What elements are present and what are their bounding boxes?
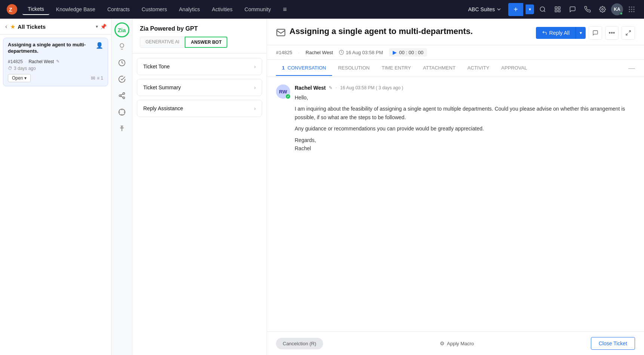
sidebar-title[interactable]: All Tickets	[18, 24, 93, 30]
svg-rect-29	[277, 29, 285, 36]
edit-icon: ✎	[56, 59, 59, 64]
search-button[interactable]	[536, 3, 549, 16]
notifications-button[interactable]	[551, 3, 564, 16]
title-chevron-icon: ▾	[96, 24, 98, 29]
share-button[interactable]	[114, 88, 129, 103]
nav-community[interactable]: Community	[239, 4, 276, 15]
count-icon: ≡ 1	[97, 75, 103, 81]
svg-rect-16	[634, 11, 635, 12]
nav-more[interactable]: ≡	[278, 3, 292, 16]
svg-line-22	[121, 94, 123, 95]
ticket-status-button[interactable]: Open ▾	[8, 74, 31, 82]
timer-play-icon[interactable]: ▶	[393, 49, 397, 55]
history-button[interactable]	[114, 55, 129, 70]
zia-menu: Ticket Tone › Ticket Summary › Reply Ass…	[132, 53, 267, 125]
ticket-tone-arrow: ›	[254, 64, 256, 70]
ticket-tabs: 1 CONVERSATION RESOLUTION TIME ENTRY ATT…	[267, 60, 644, 77]
ticket-tone-item[interactable]: Ticket Tone ›	[137, 58, 262, 75]
svg-point-20	[123, 97, 125, 99]
ticket-timer: ▶ 00 : 00 : 00	[389, 48, 427, 56]
phone-button[interactable]	[581, 3, 594, 16]
tabs-more-icon[interactable]: —	[628, 60, 635, 77]
check-circle-button[interactable]	[114, 72, 129, 87]
ticket-meta-agent: Rachel West	[306, 50, 333, 55]
message-avatar: RW ✓	[276, 84, 290, 99]
pin-sidebar-button[interactable]	[114, 121, 129, 136]
conversation-bottom: Cancelction (R) ⚙ Apply Macro Close Tick…	[267, 331, 644, 355]
grid-button[interactable]	[625, 3, 638, 16]
ticket-card-time: ⏱ 3 days ago	[8, 66, 103, 71]
add-button[interactable]: +	[508, 3, 523, 16]
author-edit-icon[interactable]: ✎	[329, 85, 332, 90]
email-header-icon	[276, 28, 286, 40]
settings-button[interactable]	[596, 3, 609, 16]
tab-answer-bot[interactable]: ANSWER BOT	[185, 37, 227, 48]
reply-assistance-item[interactable]: Reply Assistance ›	[137, 100, 262, 117]
nav-tickets[interactable]: Tickets	[22, 4, 49, 15]
message-author: Rachel West	[295, 85, 326, 91]
reply-all-button[interactable]: Reply All	[536, 27, 576, 39]
apply-macro-label[interactable]: Apply Macro	[447, 341, 474, 346]
svg-rect-8	[629, 7, 630, 8]
star-icon[interactable]: ★	[10, 23, 15, 30]
ticket-card-person-icon[interactable]: 👤	[96, 42, 103, 49]
svg-rect-15	[631, 11, 632, 12]
ticket-meta-time: 16 Aug 03:58 PM	[339, 50, 383, 55]
svg-rect-6	[558, 10, 560, 12]
message-row: RW ✓ Rachel West ✎ · 16 Aug 03:58 PM ( 3…	[276, 84, 635, 152]
reply-all-group: Reply All ▾	[536, 27, 586, 39]
message-icon-button[interactable]	[589, 26, 602, 40]
zia-icon-sidebar: Zia	[111, 19, 132, 355]
tab-attachment[interactable]: ATTACHMENT	[417, 61, 461, 76]
svg-rect-5	[555, 10, 557, 12]
conversation-area: RW ✓ Rachel West ✎ · 16 Aug 03:58 PM ( 3…	[267, 77, 644, 331]
tab-approval[interactable]: APPROVAL	[495, 61, 533, 76]
nav-analytics[interactable]: Analytics	[174, 4, 205, 15]
reply-assistance-label: Reply Assistance	[143, 105, 183, 111]
sidebar-header: ‹ ★ All Tickets ▾ 📌	[0, 19, 111, 35]
zia-button[interactable]: Zia	[114, 22, 129, 37]
top-nav: Z Tickets Knowledge Base Contracts Custo…	[0, 0, 644, 19]
nav-actions: + ▾ KA	[508, 3, 638, 16]
user-avatar[interactable]: KA	[611, 3, 623, 15]
zia-panel-header: Zia Powered by GPT GENERATIVE AI ANSWER …	[132, 19, 267, 53]
cancel-reply-button[interactable]: Cancelction (R)	[276, 338, 323, 349]
workspace-selector[interactable]: ABC Suites	[465, 5, 504, 14]
more-options-button[interactable]: •••	[605, 26, 619, 40]
tab-conversation[interactable]: 1 CONVERSATION	[276, 61, 332, 76]
target-button[interactable]	[114, 105, 129, 120]
clock-icon	[339, 50, 344, 55]
ticket-card-meta: #14825 · Rachel West ✎	[8, 59, 103, 64]
pin-icon[interactable]: 📌	[100, 24, 107, 30]
ticket-meta: #14825 · Rachel West 16 Aug 03:58 PM ▶ 0…	[267, 45, 644, 60]
expand-button[interactable]	[622, 26, 635, 40]
svg-rect-3	[555, 7, 557, 9]
ticket-card-actions: ✉ ≡ 1	[91, 75, 103, 81]
tab-activity[interactable]: ACTIVITY	[461, 61, 496, 76]
tab-generative-ai[interactable]: GENERATIVE AI	[140, 37, 185, 48]
svg-point-19	[119, 95, 121, 97]
svg-rect-14	[629, 11, 630, 12]
svg-point-18	[123, 93, 125, 95]
add-dropdown-button[interactable]: ▾	[525, 4, 534, 14]
svg-rect-11	[629, 9, 630, 10]
close-ticket-button[interactable]: Close Ticket	[591, 337, 635, 350]
nav-customers[interactable]: Customers	[137, 4, 172, 15]
nav-activities[interactable]: Activities	[207, 4, 238, 15]
nav-knowledge-base[interactable]: Knowledge Base	[51, 4, 101, 15]
ticket-summary-item[interactable]: Ticket Summary ›	[137, 79, 262, 96]
tab-resolution[interactable]: RESOLUTION	[332, 61, 376, 76]
logo[interactable]: Z	[6, 3, 18, 15]
ticket-tone-label: Ticket Tone	[143, 64, 170, 70]
zia-panel-title: Zia Powered by GPT	[140, 25, 259, 32]
back-button[interactable]: ‹	[4, 22, 8, 31]
email-icon: ✉	[91, 75, 95, 81]
reply-all-dropdown-button[interactable]: ▾	[576, 27, 586, 39]
ticket-card[interactable]: Assigning a single agent to multi-depart…	[3, 38, 108, 86]
svg-line-30	[629, 31, 631, 33]
lightbulb-button[interactable]	[114, 39, 129, 54]
chat-button[interactable]	[566, 3, 579, 16]
tab-time-entry[interactable]: TIME ENTRY	[375, 61, 417, 76]
nav-contracts[interactable]: Contracts	[102, 4, 135, 15]
zia-panel: Zia Powered by GPT GENERATIVE AI ANSWER …	[132, 19, 267, 355]
